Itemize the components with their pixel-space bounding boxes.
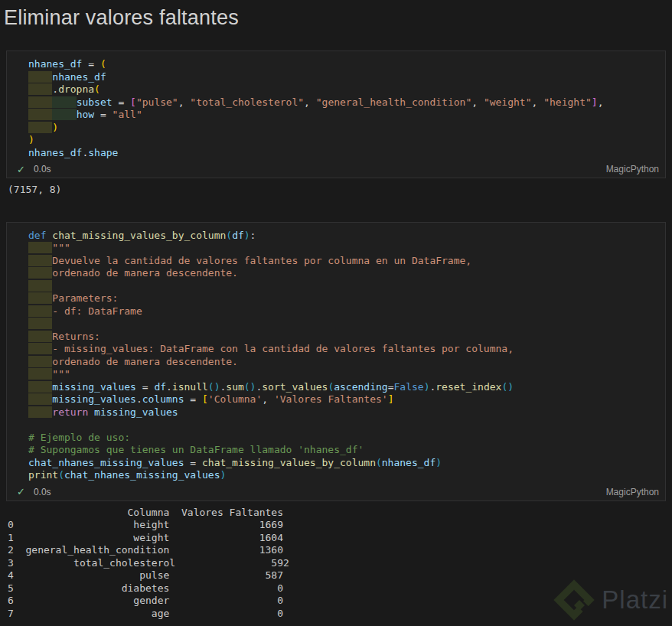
notebook-cell-1: nhanes_df = ( nhanes_df .dropna( subset … [6,51,666,178]
notebook-cell-2: def chat_missing_values_by_column(df): "… [6,222,666,501]
cell-status-bar-2: ✓ 0.0s MagicPython [7,484,665,500]
code-line: return missing_values [28,406,659,419]
cell-language-label[interactable]: MagicPython [606,487,659,497]
code-line: # Ejemplo de uso: [28,432,659,445]
execution-time: 0.0s [34,164,51,174]
code-line: ) [28,122,659,135]
code-line: ) [28,134,659,147]
code-line: chat_nhanes_missing_values = chat_missin… [28,457,659,470]
code-line: .dropna( [28,83,659,96]
code-line [28,318,659,331]
cell-output-2: Columna Valores Faltantes 0 height 1669 … [8,507,672,621]
code-line: ordenado de manera descendente. [28,267,659,280]
code-line: missing_values = df.isnull().sum().sort_… [28,381,659,394]
code-line: Returns: [28,331,659,344]
code-line: missing_values.columns = ['Columna', 'Va… [28,393,659,406]
code-line: how = "all" [28,109,659,122]
code-line: ordenado de manera descendente. [28,356,659,369]
code-line: Parameters: [28,292,659,305]
code-editor-1[interactable]: nhanes_df = ( nhanes_df .dropna( subset … [7,51,665,161]
code-line: subset = ["pulse", "total_cholesterol", … [28,96,659,109]
cell-language-label[interactable]: MagicPython [606,164,659,174]
code-editor-2[interactable]: def chat_missing_values_by_column(df): "… [7,223,665,484]
code-line: nhanes_df.shape [28,147,659,160]
code-line [28,280,659,293]
code-line: print(chat_nhanes_missing_values) [28,469,659,482]
execution-success-icon: ✓ [17,164,25,175]
cell-status-bar-1: ✓ 0.0s MagicPython [7,161,665,178]
code-line: """ [28,242,659,255]
code-line: # Supongamos que tienes un DataFrame lla… [28,444,659,457]
code-line: Devuelve la cantidad de valores faltante… [28,255,659,268]
code-line: - df: DataFrame [28,305,659,318]
code-line: nhanes_df = ( [28,58,659,71]
code-line: """ [28,368,659,381]
code-line: - missing_values: DataFrame con la canti… [28,343,659,356]
execution-success-icon: ✓ [17,486,25,497]
code-line: def chat_missing_values_by_column(df): [28,230,659,243]
code-line: nhanes_df [28,71,659,84]
cell-output-1: (7157, 8) [8,184,672,197]
page-title: Eliminar valores faltantes [4,5,672,31]
code-line [28,419,659,432]
execution-time: 0.0s [34,487,51,497]
